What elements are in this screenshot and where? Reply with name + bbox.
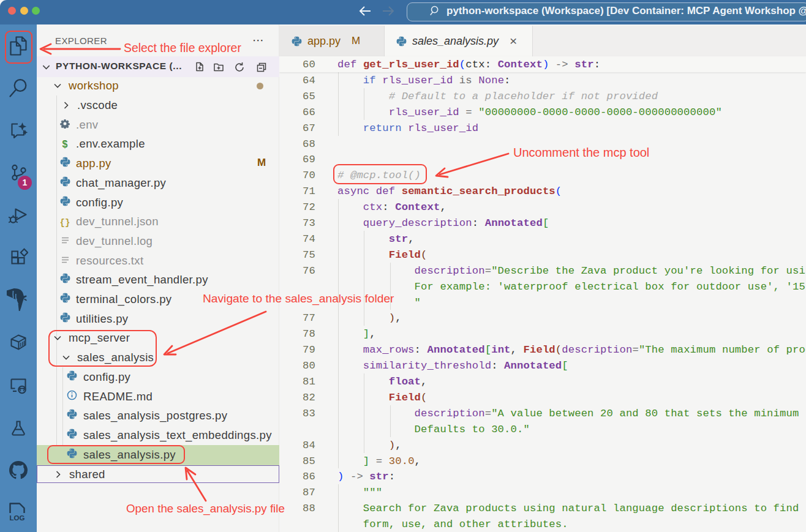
svg-text:LOG: LOG (10, 514, 25, 522)
